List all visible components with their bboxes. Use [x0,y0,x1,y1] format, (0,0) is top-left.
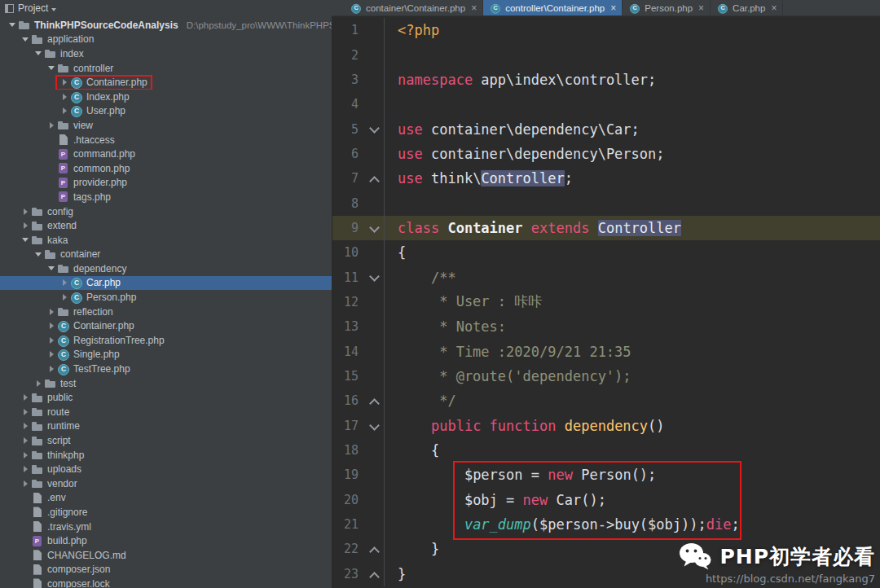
tree-toggle-icon[interactable] [20,480,31,487]
editor-tab[interactable]: controller\Container.php [483,0,623,15]
fold-marker-icon[interactable] [363,438,385,463]
tree-row[interactable]: Container.php [0,75,332,90]
line-number[interactable]: 13 [332,319,363,334]
line-number[interactable]: 5 [332,122,363,137]
fold-marker-icon[interactable] [363,191,385,215]
tree-toggle-icon[interactable] [46,337,57,344]
code-line[interactable]: 14 * Time :2020/9/21 21:35 [332,339,880,363]
code-line[interactable]: 16 */ [332,388,880,413]
tree-row[interactable]: .travis.yml [0,520,332,534]
tree-toggle-icon[interactable] [20,37,31,42]
tree-item[interactable]: extend [18,220,80,232]
tree-item[interactable]: view [44,119,96,131]
code-line[interactable]: 7 use think\Controller; [332,166,880,191]
tree-row[interactable]: composer.lock [0,577,332,588]
tree-item[interactable]: vendor [18,477,81,489]
tree-item[interactable]: Container.php [44,320,138,332]
tree-row[interactable]: RegistrationTree.php [0,333,332,348]
tree-row[interactable]: TestTree.php [0,362,332,376]
fold-marker-icon[interactable] [363,414,385,438]
tree-item[interactable]: thinkphp [18,449,87,461]
fold-marker-icon[interactable] [363,537,385,561]
tree-row[interactable]: script [0,433,332,448]
tree-row[interactable]: tags.php [0,190,332,204]
tree-row[interactable]: thinkphp [0,448,332,463]
tree-item[interactable]: public [18,392,76,404]
line-number[interactable]: 1 [332,23,363,37]
tree-toggle-icon[interactable] [20,466,31,472]
tree-item[interactable]: Container.php [57,77,151,89]
tree-row[interactable]: command.php [0,147,332,161]
close-icon[interactable] [698,2,704,14]
tree-row[interactable]: public [0,390,332,405]
tree-row[interactable]: kaka [0,233,332,248]
fold-marker-icon[interactable] [363,265,385,289]
tree-row[interactable]: uploads [0,462,332,476]
tree-item[interactable]: config [18,205,77,217]
tree-row[interactable]: build.php [0,533,332,548]
tree-item[interactable]: test [31,377,79,389]
tree-row[interactable]: controller [0,61,332,76]
tree-toggle-icon[interactable] [59,108,70,114]
tree-item[interactable]: CHANGELOG.md [18,549,130,561]
line-number[interactable]: 2 [332,48,363,63]
tree-item[interactable]: index [31,47,87,59]
line-number[interactable]: 10 [332,245,363,260]
code-line[interactable]: 3 namespace app\index\controller; [332,68,880,92]
tree-toggle-icon[interactable] [59,279,70,286]
tree-toggle-icon[interactable] [20,394,31,401]
tree-item[interactable]: route [18,406,73,418]
line-number[interactable]: 3 [332,72,363,87]
line-number[interactable]: 21 [332,517,363,532]
tree-row[interactable]: common.php [0,161,332,176]
tree-toggle-icon[interactable] [20,208,31,215]
tree-row[interactable]: reflection [0,305,332,319]
tree-item[interactable]: runtime [18,420,83,432]
editor-tab[interactable]: Car.php [711,0,783,15]
tree-row[interactable]: index [0,46,332,61]
tree-row[interactable]: test [0,376,332,391]
line-number[interactable]: 17 [332,419,363,433]
tree-toggle-icon[interactable] [46,366,57,372]
tree-row[interactable]: route [0,405,332,419]
tree-toggle-icon[interactable] [20,437,31,444]
fold-marker-icon[interactable] [363,290,385,314]
fold-marker-icon[interactable] [363,512,385,537]
fold-marker-icon[interactable] [363,388,385,413]
tree-item[interactable]: .travis.yml [18,520,95,533]
tree-row[interactable]: Single.php [0,348,332,362]
tree-toggle-icon[interactable] [46,323,57,329]
tree-row[interactable]: .env [0,491,332,506]
line-number[interactable]: 19 [332,467,363,482]
tree-row[interactable]: .htaccess [0,133,332,147]
tree-row[interactable]: .gitignore [0,505,332,520]
line-number[interactable]: 16 [332,393,363,408]
code-line[interactable]: 10 { [332,240,880,265]
tree-row[interactable]: Container.php [0,318,332,333]
line-number[interactable]: 4 [332,97,363,112]
fold-marker-icon[interactable] [363,142,385,166]
tree-toggle-icon[interactable] [33,51,44,55]
code-line[interactable]: 12 * User : 咔咔 [332,290,880,314]
tree-toggle-icon[interactable] [7,23,18,27]
code-line[interactable]: 8 [332,191,880,215]
fold-marker-icon[interactable] [363,18,385,42]
tree-row[interactable]: container [0,248,332,262]
tree-toggle-icon[interactable] [46,351,57,358]
fold-marker-icon[interactable] [363,240,385,265]
code-line[interactable]: 20 $obj = new Car(); [332,488,880,512]
line-number[interactable]: 9 [332,221,363,235]
tree-row[interactable]: extend [0,218,332,233]
tree-item[interactable]: TestTree.php [44,363,134,375]
tree-toggle-icon[interactable] [20,409,31,415]
line-number[interactable]: 23 [332,567,363,581]
editor-tab[interactable]: container\Container.php [344,0,483,15]
line-number[interactable]: 7 [332,171,363,186]
tree-row[interactable]: ThinkPHPSourceCodeAnalysis D:\phpstudy_p… [0,18,332,33]
code-line[interactable]: 2 [332,42,880,67]
tree-item[interactable]: .env [18,492,69,504]
line-number[interactable]: 18 [332,443,363,458]
tree-item[interactable]: script [18,435,74,447]
tree-item[interactable]: composer.json [18,564,113,576]
fold-marker-icon[interactable] [363,68,385,92]
